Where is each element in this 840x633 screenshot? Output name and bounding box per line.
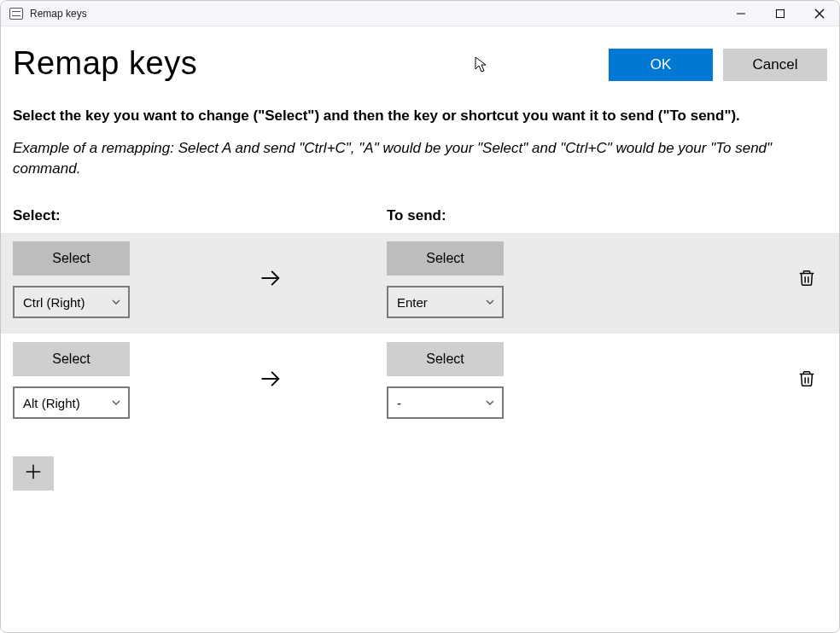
column-headers: Select: To send: xyxy=(1,178,839,233)
select-to-button[interactable]: Select xyxy=(387,342,504,376)
cancel-button[interactable]: Cancel xyxy=(723,49,827,81)
window-title: Remap keys xyxy=(30,8,87,20)
trash-icon xyxy=(797,269,816,291)
to-key-dropdown[interactable]: Enter xyxy=(387,286,504,318)
arrow-column xyxy=(235,367,387,394)
window-frame: Remap keys Remap keys OK Cancel Select t… xyxy=(0,0,840,633)
chevron-down-icon xyxy=(111,295,121,310)
arrow-column xyxy=(235,266,387,293)
chevron-down-icon xyxy=(485,295,495,310)
column-header-select: Select: xyxy=(13,207,387,224)
from-key-dropdown[interactable]: Ctrl (Right) xyxy=(13,286,130,318)
to-key-dropdown[interactable]: - xyxy=(387,386,504,419)
delete-row-button[interactable] xyxy=(795,268,819,292)
delete-column xyxy=(795,369,827,392)
svg-rect-1 xyxy=(777,9,785,17)
delete-column xyxy=(795,268,827,292)
instruction-main: Select the key you want to change ("Sele… xyxy=(13,106,827,126)
column-header-to-send: To send: xyxy=(387,207,827,224)
page-title: Remap keys xyxy=(13,45,197,82)
from-key-column: Select Ctrl (Right) xyxy=(13,241,235,318)
instructions: Select the key you want to change ("Sele… xyxy=(1,82,839,178)
chevron-down-icon xyxy=(111,396,121,410)
remap-row: Select Alt (Right) Select - xyxy=(1,334,839,434)
titlebar: Remap keys xyxy=(1,1,839,26)
instruction-example: Example of a remapping: Select A and sen… xyxy=(13,138,827,179)
plus-icon xyxy=(24,462,43,485)
from-key-column: Select Alt (Right) xyxy=(13,342,235,419)
maximize-button[interactable] xyxy=(761,1,800,26)
remap-row: Select Ctrl (Right) Select Enter xyxy=(1,233,839,334)
from-key-dropdown[interactable]: Alt (Right) xyxy=(13,386,130,419)
add-row-area xyxy=(1,434,839,513)
keyboard-icon xyxy=(9,8,23,20)
from-key-value: Ctrl (Right) xyxy=(23,295,111,310)
window-controls xyxy=(721,1,839,26)
minimize-button[interactable] xyxy=(721,1,761,26)
trash-icon xyxy=(797,369,816,392)
to-key-column: Select Enter xyxy=(387,241,609,318)
select-from-button[interactable]: Select xyxy=(13,342,130,376)
ok-button[interactable]: OK xyxy=(609,49,713,81)
chevron-down-icon xyxy=(485,396,495,410)
select-to-button[interactable]: Select xyxy=(387,241,504,276)
arrow-right-icon xyxy=(259,266,283,293)
add-row-button[interactable] xyxy=(13,456,54,491)
header-buttons: OK Cancel xyxy=(609,45,827,81)
to-key-column: Select - xyxy=(387,342,609,419)
to-key-value: Enter xyxy=(397,295,485,310)
select-from-button[interactable]: Select xyxy=(13,241,130,276)
to-key-value: - xyxy=(397,396,485,410)
arrow-right-icon xyxy=(259,367,283,394)
content-area: Remap keys OK Cancel Select the key you … xyxy=(1,26,839,632)
from-key-value: Alt (Right) xyxy=(23,396,111,410)
close-button[interactable] xyxy=(800,1,839,26)
header-row: Remap keys OK Cancel xyxy=(1,26,839,82)
delete-row-button[interactable] xyxy=(795,369,819,392)
